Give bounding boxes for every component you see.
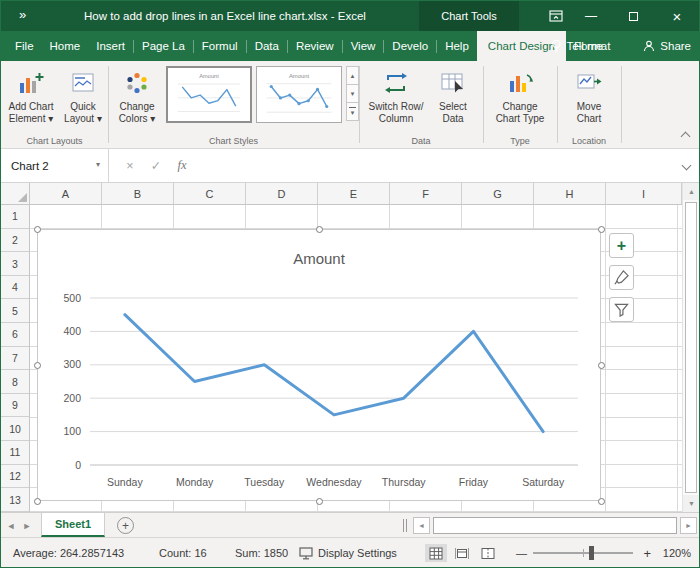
chart-style-2-preview-icon: Amount <box>257 67 341 122</box>
chart-styles-button[interactable] <box>609 265 634 290</box>
chart-resize-handle-n[interactable] <box>316 226 323 233</box>
share-button[interactable]: Share <box>643 31 691 61</box>
row-header-4[interactable]: 4 <box>1 276 29 300</box>
gallery-more-button[interactable]: ▾ <box>346 102 359 121</box>
column-header-h[interactable]: H <box>534 183 606 204</box>
tab-insert[interactable]: Insert <box>88 31 133 61</box>
zoom-level-button[interactable]: 120% <box>663 538 691 568</box>
row-header-13[interactable]: 13 <box>1 488 29 512</box>
chart-resize-handle-sw[interactable] <box>34 498 41 505</box>
row-header-8[interactable]: 8 <box>1 370 29 394</box>
person-icon <box>643 40 655 52</box>
column-header-a[interactable]: A <box>30 183 102 204</box>
chart-resize-handle-w[interactable] <box>34 362 41 369</box>
vertical-scrollbar-thumb[interactable] <box>685 202 697 493</box>
zoom-slider-thumb[interactable] <box>589 546 594 560</box>
row-header-3[interactable]: 3 <box>1 252 29 276</box>
tab-review[interactable]: Review <box>288 31 342 61</box>
chart-style-option-2[interactable]: Amount <box>256 66 342 123</box>
svg-text:Friday: Friday <box>459 476 489 488</box>
chart-resize-handle-nw[interactable] <box>34 226 41 233</box>
row-header-11[interactable]: 11 <box>1 441 29 465</box>
name-box-caret-icon[interactable]: ▾ <box>96 160 100 169</box>
column-header-f[interactable]: F <box>390 183 462 204</box>
ribbon-display-options-button[interactable] <box>543 1 569 31</box>
chart-resize-handle-s[interactable] <box>316 498 323 505</box>
display-settings-button[interactable]: Display Settings <box>299 538 397 568</box>
page-break-view-button[interactable] <box>477 544 499 562</box>
change-colors-button[interactable]: Change Colors ▾ <box>112 64 162 138</box>
sheet-tab-label: Sheet1 <box>55 518 91 530</box>
column-header-b[interactable]: B <box>102 183 174 204</box>
chart-resize-handle-se[interactable] <box>598 498 605 505</box>
vertical-scrollbar[interactable]: ▲ ▼ <box>682 183 699 512</box>
chart-filters-button[interactable] <box>609 297 634 322</box>
quick-access-toolbar-expand-icon[interactable]: » <box>19 7 26 22</box>
hscroll-right-button[interactable]: ► <box>680 517 697 534</box>
switch-row-column-button[interactable]: Switch Row/ Column <box>366 64 426 138</box>
column-header-d[interactable]: D <box>246 183 318 204</box>
tell-me-button[interactable]: Tell me <box>551 31 603 61</box>
chart-object[interactable]: 0100200300400500SundayMondayTuesdayWedne… <box>37 229 601 501</box>
row-header-5[interactable]: 5 <box>1 299 29 323</box>
previous-sheet-button[interactable]: ◄ <box>3 513 19 538</box>
chart-resize-handle-ne[interactable] <box>598 226 605 233</box>
scroll-down-button[interactable]: ▼ <box>683 495 700 512</box>
gallery-scroll-up-button[interactable]: ▴ <box>346 66 359 85</box>
minimize-button[interactable]: — <box>571 1 611 31</box>
gallery-scroll-down-button[interactable]: ▾ <box>346 84 359 103</box>
move-chart-button[interactable]: Move Chart <box>563 64 615 138</box>
row-header-7[interactable]: 7 <box>1 347 29 371</box>
row-header-9[interactable]: 9 <box>1 394 29 418</box>
tab-home[interactable]: Home <box>42 31 89 61</box>
expand-formula-bar-icon[interactable] <box>682 161 692 171</box>
formula-cancel-button[interactable]: × <box>117 149 143 182</box>
tab-view[interactable]: View <box>343 31 384 61</box>
add-chart-element-button[interactable]: Add Chart Element ▾ <box>4 64 58 138</box>
insert-function-button[interactable]: fx <box>169 149 195 182</box>
zoom-out-button[interactable]: — <box>516 538 527 568</box>
type-group-label: Type <box>483 136 557 146</box>
row-header-2[interactable]: 2 <box>1 229 29 253</box>
column-header-i[interactable]: I <box>606 183 682 204</box>
chart-elements-button[interactable]: + <box>609 233 634 258</box>
chart-resize-handle-e[interactable] <box>598 362 605 369</box>
close-button[interactable]: × <box>655 1 699 31</box>
tab-scroll-splitter[interactable] <box>403 519 407 532</box>
row-header-10[interactable]: 10 <box>1 417 29 441</box>
tab-file[interactable]: File <box>7 31 42 61</box>
column-header-g[interactable]: G <box>462 183 534 204</box>
chart-style-option-1[interactable]: Amount <box>166 66 252 123</box>
sheet-tab-sheet1[interactable]: Sheet1 <box>41 513 105 537</box>
tab-developer[interactable]: Develo <box>384 31 436 61</box>
row-header-6[interactable]: 6 <box>1 323 29 347</box>
quick-layout-icon <box>71 68 95 98</box>
change-chart-type-button[interactable]: Change Chart Type <box>489 64 551 138</box>
normal-view-button[interactable] <box>425 544 447 562</box>
zoom-slider[interactable] <box>533 552 633 554</box>
collapse-ribbon-icon[interactable] <box>681 132 691 142</box>
row-header-1[interactable]: 1 <box>1 205 29 229</box>
formula-input[interactable] <box>201 149 669 182</box>
select-all-button[interactable] <box>1 183 30 204</box>
maximize-button[interactable] <box>613 1 653 31</box>
scroll-up-button[interactable]: ▲ <box>683 183 700 200</box>
tab-page-layout[interactable]: Page La <box>134 31 193 61</box>
tab-formulas[interactable]: Formul <box>194 31 246 61</box>
row-header-12[interactable]: 12 <box>1 465 29 489</box>
next-sheet-button[interactable]: ► <box>19 513 35 538</box>
formula-enter-button[interactable]: ✓ <box>143 149 169 182</box>
page-layout-view-button[interactable] <box>451 544 473 562</box>
zoom-in-button[interactable]: + <box>643 538 651 568</box>
horizontal-scrollbar-thumb[interactable] <box>433 517 677 534</box>
column-header-e[interactable]: E <box>318 183 390 204</box>
select-data-button[interactable]: Select Data <box>429 64 477 138</box>
quick-layout-button[interactable]: Quick Layout ▾ <box>60 64 106 138</box>
tab-help[interactable]: Help <box>437 31 477 61</box>
column-header-c[interactable]: C <box>174 183 246 204</box>
name-box[interactable]: Chart 2 ▾ <box>1 149 109 182</box>
hscroll-left-button[interactable]: ◄ <box>413 517 430 534</box>
quick-layout-label-1: Quick <box>70 101 96 113</box>
new-sheet-button[interactable]: + <box>117 517 134 534</box>
tab-data[interactable]: Data <box>247 31 287 61</box>
